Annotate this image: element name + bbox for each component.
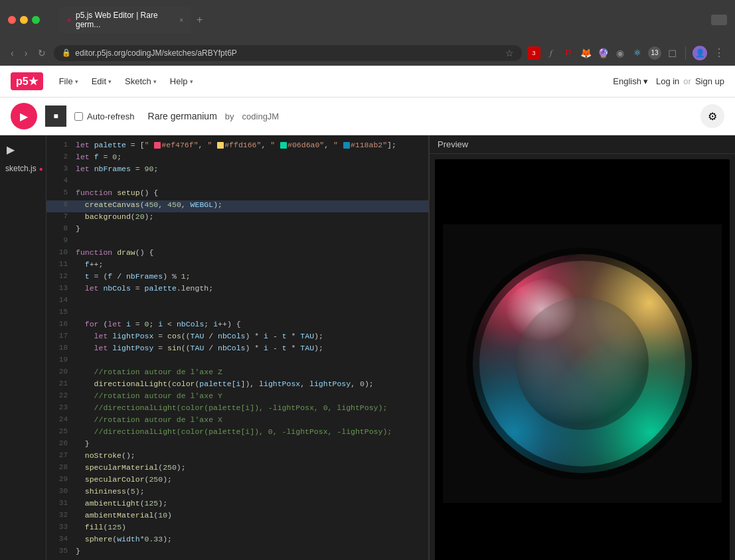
play-button[interactable]: ▶ [11,103,37,129]
lock-icon: 🔒 [62,48,71,57]
maximize-button[interactable] [32,16,40,24]
code-line-34: 34 sphere(width*0.33); [46,535,428,547]
browser-extensions: 3 𝑓 P 🦊 🔮 ◉ ⚛ 13 ◻ 👤 ⋮ [527,44,727,62]
more-options-button[interactable]: ⋮ [711,44,727,62]
sketch-by: by [225,111,234,121]
menu-sketch[interactable]: Sketch ▾ [120,74,162,89]
code-editor-panel: 1 let palette = [" #ef476f", " #ffd166",… [46,135,430,560]
ext-extensions[interactable]: ◻ [665,46,679,60]
ext-1[interactable]: 3 [527,46,540,60]
menu-edit[interactable]: Edit ▾ [86,74,117,89]
code-line-3: 3 let nbFrames = 90; [46,165,428,176]
code-line-18: 18 let lightPosy = sin((TAU / nbCols) * … [46,344,428,356]
code-line-23: 23 //directionalLight(color(palette[i]),… [46,403,428,415]
code-line-27: 27 noStroke(); [46,451,428,463]
bookmark-icon[interactable]: ☆ [505,48,514,58]
code-line-14: 14 [46,296,428,308]
code-line-29: 29 specularColor(250); [46,475,428,487]
divider [685,46,686,60]
code-line-31: 31 ambientLight(125); [46,499,428,511]
code-line-33: 33 fill(125) [46,523,428,535]
code-line-21: 21 directionalLight(color(palette[i]), l… [46,380,428,391]
help-arrow-icon: ▾ [190,78,193,85]
tab-bar: ✳ p5.js Web Editor | Rare germ... × + [50,7,695,33]
login-link[interactable]: Log in [656,76,679,86]
app-header: p5★ File ▾ Edit ▾ Sketch ▾ Help ▾ Englis… [0,66,735,98]
ext-pinterest[interactable]: P [562,46,575,60]
stop-icon: ■ [53,111,58,121]
refresh-button[interactable]: ↻ [35,45,48,61]
ext-fox[interactable]: 🦊 [579,46,592,60]
svg-point-8 [516,297,649,430]
code-line-11: 11 f++; [46,260,428,272]
ext-badge[interactable]: 13 [648,46,661,60]
code-line-28: 28 specularMaterial(250); [46,463,428,475]
play-icon: ▶ [20,110,28,123]
editor-area: ▶ sketch.js ● 1 let palette = [" #ef476f… [0,135,735,560]
nav-bar: ‹ › ↻ 🔒 editor.p5js.org/codingJM/sketche… [0,40,735,66]
sketch-title: Rare germanium [148,111,217,121]
close-button[interactable] [8,16,16,24]
code-line-12: 12 t = (f / nbFrames) % 1; [46,272,428,284]
code-line-35: 35 } [46,547,428,559]
sketch-file-item[interactable]: sketch.js ● [0,161,46,176]
code-line-26: 26 } [46,439,428,451]
header-right: English ▾ Log in or Sign up [613,76,724,86]
code-line-24: 24 //rotation autour de l'axe X [46,415,428,427]
ext-react[interactable]: ⚛ [631,46,644,60]
menu-file[interactable]: File ▾ [54,74,84,89]
title-bar: ✳ p5.js Web Editor | Rare germ... × + [0,0,735,40]
code-line-19: 19 [46,356,428,368]
header-menu: File ▾ Edit ▾ Sketch ▾ Help ▾ [54,74,613,89]
new-tab-button[interactable]: + [197,14,203,26]
profile-avatar[interactable]: 👤 [693,46,707,60]
signup-link[interactable]: Sign up [695,76,724,86]
auto-refresh-control: Auto-refresh [74,111,135,121]
auto-refresh-label: Auto-refresh [87,111,135,121]
code-line-2: 2 let f = 0; [46,153,428,165]
unsaved-indicator: ● [39,165,43,173]
menu-help[interactable]: Help ▾ [165,74,199,89]
preview-panel: Preview [430,135,735,560]
code-line-8: 8 } [46,224,428,236]
code-line-6: 6 createCanvas(450, 450, WEBGL); [46,200,428,212]
traffic-lights [8,16,40,24]
code-line-1: 1 let palette = [" #ef476f", " #ffd166",… [46,141,428,153]
code-line-15: 15 [46,308,428,320]
code-line-20: 20 //rotation autour de l'axe Z [46,368,428,380]
settings-button[interactable]: ⚙ [700,104,724,128]
back-button[interactable]: ‹ [8,45,17,61]
window-controls[interactable] [711,15,727,25]
ext-fontforge[interactable]: 𝑓 [544,46,558,60]
code-line-25: 25 //directionalLight(color(palette[i]),… [46,427,428,439]
ext-6[interactable]: ◉ [613,46,627,60]
auto-refresh-checkbox[interactable] [74,112,83,121]
code-editor[interactable]: 1 let palette = [" #ef476f", " #ffd166",… [46,135,429,560]
tab-favicon: ✳ [66,17,72,24]
code-line-32: 32 ambientMaterial(10) [46,511,428,523]
lang-arrow-icon: ▾ [643,76,648,86]
tab-close-icon[interactable]: × [179,17,183,24]
code-line-22: 22 //rotation autour de l'axe Y [46,391,428,403]
stop-button[interactable]: ■ [45,105,66,127]
panel-toggle-icon[interactable]: ▶ [4,141,17,159]
code-line-7: 7 background(20); [46,212,428,224]
tab-title: p5.js Web Editor | Rare germ... [76,11,173,29]
p5-logo[interactable]: p5★ [11,72,43,90]
minimize-button[interactable] [20,16,28,24]
browser-chrome: ✳ p5.js Web Editor | Rare germ... × + ‹ … [0,0,735,66]
code-line-17: 17 let lightPosx = cos((TAU / nbCols) * … [46,332,428,344]
sketch-author: codingJM [242,111,280,121]
preview-header: Preview [430,135,735,154]
code-line-4: 4 [46,176,428,188]
file-arrow-icon: ▾ [75,78,78,85]
ext-5[interactable]: 🔮 [596,46,610,60]
code-line-5: 5 function setup() { [46,188,428,200]
code-line-16: 16 for (let i = 0; i < nbCols; i++) { [46,320,428,332]
active-tab[interactable]: ✳ p5.js Web Editor | Rare germ... × [58,7,191,33]
language-selector[interactable]: English ▾ [613,76,648,86]
address-bar[interactable]: 🔒 editor.p5js.org/codingJM/sketches/aRBY… [54,45,522,61]
forward-button[interactable]: › [22,45,31,61]
code-line-10: 10 function draw() { [46,248,428,260]
toolbar: ▶ ■ Auto-refresh Rare germanium by codin… [0,98,735,135]
